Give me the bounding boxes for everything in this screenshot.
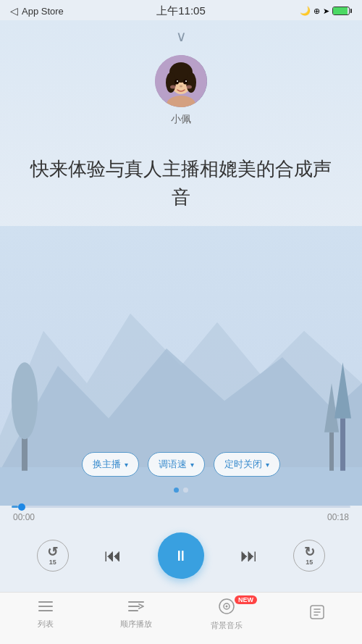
nav-label-list: 列表	[38, 619, 54, 630]
svg-point-31	[225, 606, 227, 608]
page-dots	[0, 488, 362, 493]
moon-icon: 🌙	[300, 6, 311, 16]
svg-point-8	[177, 80, 178, 82]
progress-fill	[12, 506, 18, 508]
status-right: 🌙 ⊕ ➤	[300, 6, 352, 16]
list-icon	[38, 600, 54, 616]
forward-seconds: 15	[306, 559, 313, 566]
status-left: ◁ App Store	[10, 5, 64, 17]
control-buttons-row: 换主播 ▾ 调语速 ▾ 定时关闭 ▾	[0, 452, 362, 477]
playback-controls: ↺ 15 ⏮ ⏸ ⏭ ↻ 15	[0, 522, 362, 592]
previous-button[interactable]: ⏮	[98, 541, 127, 570]
svg-point-6	[174, 80, 179, 85]
svg-point-12	[186, 85, 192, 89]
landscape-section: 换主播 ▾ 调语速 ▾ 定时关闭 ▾	[0, 226, 362, 506]
nav-label-sequential: 顺序播放	[120, 619, 152, 630]
nav-item-list[interactable]: 列表	[0, 600, 90, 630]
sequential-icon	[127, 600, 145, 616]
svg-point-18	[12, 362, 38, 439]
music-icon	[219, 598, 235, 618]
avatar-image	[155, 55, 207, 107]
lock-icon: ⊕	[313, 7, 320, 16]
timer-button[interactable]: 定时关闭 ▾	[214, 452, 280, 477]
progress-thumb[interactable]	[18, 503, 25, 511]
adjust-speed-label: 调语速	[159, 458, 187, 471]
bottom-navigation: 列表 顺序播放 NEW 背景音乐	[0, 592, 362, 644]
total-time: 00:18	[327, 512, 349, 522]
main-text-section: 快来体验与真人主播相媲美的合成声音	[0, 133, 362, 226]
battery-indicator	[332, 7, 352, 15]
svg-point-11	[170, 85, 176, 89]
next-button[interactable]: ⏭	[235, 541, 264, 570]
rewind-seconds: 15	[49, 559, 56, 566]
nav-item-bgmusic[interactable]: NEW 背景音乐	[181, 598, 272, 631]
timer-chevron-icon: ▾	[266, 461, 269, 469]
svg-point-9	[185, 80, 187, 82]
avatar	[155, 55, 207, 107]
avatar-section: 小佩	[0, 55, 362, 126]
carrier-label: App Store	[22, 6, 64, 17]
main-text: 快来体验与真人主播相媲美的合成声音	[29, 155, 333, 212]
main-content: ∨	[0, 20, 362, 592]
change-host-button[interactable]: 换主播 ▾	[82, 452, 139, 477]
dot-1[interactable]	[174, 488, 179, 493]
progress-bar[interactable]	[12, 506, 350, 508]
current-time: 00:00	[13, 512, 35, 522]
svg-point-4	[166, 72, 176, 93]
adjust-speed-button[interactable]: 调语速 ▾	[148, 452, 205, 477]
play-pause-button[interactable]: ⏸	[158, 532, 204, 579]
collapse-section[interactable]: ∨	[0, 20, 362, 55]
more-icon	[309, 604, 325, 624]
change-host-label: 换主播	[93, 458, 121, 471]
nav-label-bgmusic: 背景音乐	[211, 620, 243, 631]
status-bar: ◁ App Store 上午11:05 🌙 ⊕ ➤	[0, 0, 362, 20]
svg-point-7	[183, 80, 188, 85]
dot-2[interactable]	[183, 488, 188, 493]
svg-point-5	[186, 72, 196, 93]
previous-icon: ⏮	[104, 545, 122, 566]
adjust-speed-chevron-icon: ▾	[190, 461, 194, 469]
new-badge: NEW	[235, 595, 257, 604]
nav-item-sequential[interactable]: 顺序播放	[90, 600, 181, 630]
forward-button[interactable]: ↻ 15	[293, 540, 325, 572]
time-row: 00:00 00:18	[12, 512, 350, 522]
avatar-name: 小佩	[171, 113, 191, 126]
location-icon: ➤	[323, 7, 329, 16]
status-time: 上午11:05	[156, 4, 206, 18]
nav-item-more[interactable]	[272, 604, 362, 626]
pause-icon: ⏸	[174, 548, 188, 564]
next-icon: ⏭	[240, 545, 258, 566]
progress-section: 00:00 00:18	[0, 506, 362, 522]
chevron-down-icon[interactable]: ∨	[176, 28, 187, 45]
back-icon[interactable]: ◁	[10, 5, 18, 17]
rewind-button[interactable]: ↺ 15	[37, 540, 69, 572]
timer-label: 定时关闭	[224, 458, 262, 471]
svg-point-10	[180, 85, 182, 88]
change-host-chevron-icon: ▾	[125, 461, 128, 469]
